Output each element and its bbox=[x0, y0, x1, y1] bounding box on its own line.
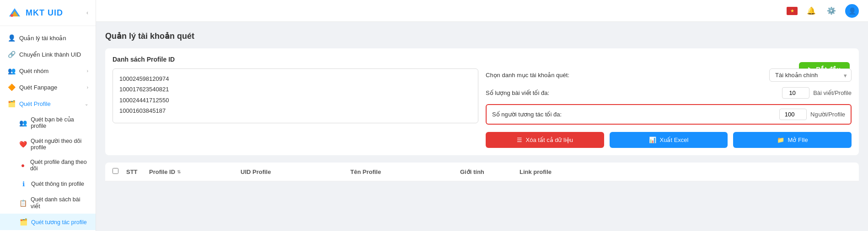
so-luong-bai-viet-input[interactable] bbox=[782, 87, 809, 99]
profile-id-item: 100024598120974 bbox=[119, 74, 472, 84]
sidebar: MKT UID ‹ 👤 Quản lý tài khoản 🔗 Chuyển L… bbox=[0, 0, 96, 231]
so-nguoi-tuong-tac-row: Số người tương tác tối đa: Người/Profile bbox=[486, 104, 852, 125]
mo-file-button[interactable]: 📁 Mở FIle bbox=[733, 132, 852, 148]
excel-icon: 📊 bbox=[649, 136, 656, 143]
sidebar-item-quet-fanpage[interactable]: 🔶 Quét Fanpage › bbox=[0, 79, 96, 95]
sidebar-item-quet-tuong-tac[interactable]: 🗂️ Quét tương tác profile bbox=[0, 214, 96, 230]
profile-icon: 🗂️ bbox=[7, 100, 16, 108]
xuat-excel-button[interactable]: 📊 Xuất Excel bbox=[610, 132, 728, 148]
page-title: Quản lý tài khoản quét bbox=[105, 31, 859, 41]
fanpage-icon: 🔶 bbox=[7, 83, 16, 91]
profile-id-item: 100024441712550 bbox=[119, 95, 472, 105]
trash-icon: ☰ bbox=[517, 136, 522, 143]
sort-icon[interactable]: ⇅ bbox=[177, 169, 181, 174]
bell-icon[interactable]: 🔔 bbox=[805, 5, 818, 17]
two-col-layout: 100024598120974 100017623540821 10002444… bbox=[113, 68, 852, 148]
xuat-excel-label: Xuất Excel bbox=[660, 136, 689, 143]
profile-id-list[interactable]: 100024598120974 100017623540821 10002444… bbox=[113, 68, 478, 123]
chevron-right-icon: › bbox=[87, 68, 88, 74]
xoa-tat-ca-button[interactable]: ☰ Xóa tất cả dữ liệu bbox=[486, 132, 604, 148]
th-gioi-tinh-label: Giới tính bbox=[460, 168, 484, 175]
xoa-tat-ca-label: Xóa tất cả dữ liệu bbox=[526, 136, 573, 143]
avatar[interactable]: 👤 bbox=[845, 4, 859, 18]
sidebar-item-chuyen-link-uid[interactable]: 🔗 Chuyển Link thành UID bbox=[0, 46, 96, 63]
th-link-profile-label: Link profile bbox=[520, 168, 552, 175]
so-luong-bai-viet-unit: Bài viết/Profile bbox=[813, 89, 852, 96]
topbar: ★ 🔔 ⚙️ 👤 bbox=[96, 0, 868, 22]
sidebar-item-quet-nguoi-theo-doi[interactable]: ❤️ Quét người theo dõi profile bbox=[0, 133, 96, 155]
interact-icon: 🗂️ bbox=[19, 218, 27, 226]
th-ten-profile: Tên Profile bbox=[350, 168, 460, 175]
sidebar-item-quet-nhom[interactable]: 👥 Quét nhóm › bbox=[0, 63, 96, 79]
sidebar-item-label: Quét profile đang theo dõi bbox=[30, 159, 88, 172]
profile-id-item: 100017623540821 bbox=[119, 84, 472, 94]
chevron-down-icon: ⌄ bbox=[85, 101, 88, 106]
avatar-icon: 👤 bbox=[848, 7, 856, 15]
heart-icon: ❤️ bbox=[19, 140, 27, 148]
th-uid-profile: UID Profile bbox=[241, 168, 350, 175]
chon-danh-muc-row: Chọn danh mục tài khoản quét: Tài khoản … bbox=[486, 68, 852, 82]
content-area: ▶ Bắt đầu Quản lý tài khoản quét Danh sá… bbox=[96, 22, 868, 231]
th-checkbox bbox=[113, 168, 126, 175]
mo-file-label: Mở FIle bbox=[788, 136, 808, 143]
table-header: STT Profile ID ⇅ UID Profile Tên Profile… bbox=[105, 163, 859, 181]
th-profile-id-label: Profile ID bbox=[149, 168, 175, 175]
so-luong-bai-viet-row: Số lượng bài viết tối đa: Bài viết/Profi… bbox=[486, 87, 852, 99]
sidebar-item-label: Quét danh sách bài viết bbox=[31, 196, 88, 210]
chevron-right-icon: › bbox=[87, 85, 88, 90]
info-icon: ℹ bbox=[19, 180, 27, 188]
main-content: ★ 🔔 ⚙️ 👤 ▶ Bắt đầu Quản lý tài khoản qué… bbox=[96, 0, 868, 231]
following-icon: ● bbox=[19, 161, 27, 169]
profile-list-title: Danh sách Profile ID bbox=[113, 56, 852, 63]
chon-danh-muc-label: Chọn danh mục tài khoản quét: bbox=[486, 72, 577, 79]
link-icon: 🔗 bbox=[7, 50, 16, 58]
logo-text: MKT UID bbox=[26, 8, 63, 18]
profile-id-item: 10001603845187 bbox=[119, 105, 472, 116]
th-gioi-tinh: Giới tính bbox=[460, 168, 520, 175]
th-ten-profile-label: Tên Profile bbox=[350, 168, 381, 175]
so-nguoi-tuong-tac-unit: Người/Profile bbox=[810, 111, 845, 118]
sidebar-item-quet-danh-sach-bai-viet[interactable]: 📋 Quét danh sách bài viết bbox=[0, 192, 96, 214]
settings-icon[interactable]: ⚙️ bbox=[825, 5, 838, 17]
chon-danh-muc-wrapper: Tài khoản chính Tài khoản phụ bbox=[769, 68, 852, 82]
sidebar-item-label: Quét Fanpage bbox=[19, 84, 57, 91]
sidebar-item-label: Quét người theo dõi profile bbox=[31, 137, 88, 151]
th-stt-label: STT bbox=[126, 168, 138, 175]
user-icon: 👤 bbox=[7, 34, 16, 42]
select-all-checkbox[interactable] bbox=[113, 168, 118, 174]
th-stt: STT bbox=[126, 168, 149, 175]
logo-icon bbox=[7, 5, 22, 20]
sidebar-item-quet-profile-dang-theo-doi[interactable]: ● Quét profile đang theo dõi bbox=[0, 155, 96, 176]
sidebar-item-quan-ly-tai-khoan[interactable]: 👤 Quản lý tài khoản bbox=[0, 30, 96, 46]
list-icon: 📋 bbox=[19, 199, 27, 207]
th-uid-profile-label: UID Profile bbox=[241, 168, 271, 175]
flag-icon: ★ bbox=[787, 7, 798, 15]
sidebar-item-quet-thong-tin[interactable]: ℹ Quét thông tin profile bbox=[0, 176, 96, 192]
flag-star: ★ bbox=[790, 8, 794, 13]
card-area: ▶ Bắt đầu Quản lý tài khoản quét Danh sá… bbox=[105, 31, 859, 181]
action-buttons: ☰ Xóa tất cả dữ liệu 📊 Xuất Excel 📁 Mở F… bbox=[486, 132, 852, 148]
sidebar-item-label: Quét tương tác profile bbox=[31, 219, 87, 226]
sidebar-item-label: Quét Profile bbox=[19, 100, 51, 107]
so-nguoi-tuong-tac-input[interactable] bbox=[779, 109, 807, 120]
chon-danh-muc-select[interactable]: Tài khoản chính Tài khoản phụ bbox=[769, 68, 852, 82]
profile-id-column: 100024598120974 100017623540821 10002444… bbox=[113, 68, 478, 148]
right-controls: Chọn danh mục tài khoản quét: Tài khoản … bbox=[486, 68, 852, 148]
sidebar-item-label: Quét thông tin profile bbox=[31, 181, 84, 187]
group-icon: 👥 bbox=[7, 67, 16, 75]
sidebar-item-label: Quét bạn bè của profile bbox=[31, 116, 88, 129]
th-profile-id: Profile ID ⇅ bbox=[149, 168, 241, 175]
main-card: Danh sách Profile ID 100024598120974 100… bbox=[105, 48, 859, 155]
so-luong-bai-viet-label: Số lượng bài viết tối đa: bbox=[486, 89, 577, 96]
sidebar-item-label: Chuyển Link thành UID bbox=[19, 51, 81, 58]
sidebar-item-quet-profile[interactable]: 🗂️ Quét Profile ⌄ bbox=[0, 95, 96, 112]
collapse-button[interactable]: ‹ bbox=[86, 10, 88, 16]
sidebar-item-quet-ban-be[interactable]: 👥 Quét bạn bè của profile bbox=[0, 112, 96, 133]
sidebar-item-label: Quản lý tài khoản bbox=[19, 35, 66, 42]
folder-icon: 📁 bbox=[777, 136, 784, 143]
sidebar-item-label: Quét nhóm bbox=[19, 68, 48, 74]
so-nguoi-tuong-tac-label: Số người tương tác tối đa: bbox=[492, 111, 584, 118]
sidebar-menu: 👤 Quản lý tài khoản 🔗 Chuyển Link thành … bbox=[0, 26, 96, 231]
so-nguoi-tuong-tac-group: Người/Profile bbox=[779, 109, 845, 120]
th-link-profile: Link profile bbox=[520, 168, 852, 175]
